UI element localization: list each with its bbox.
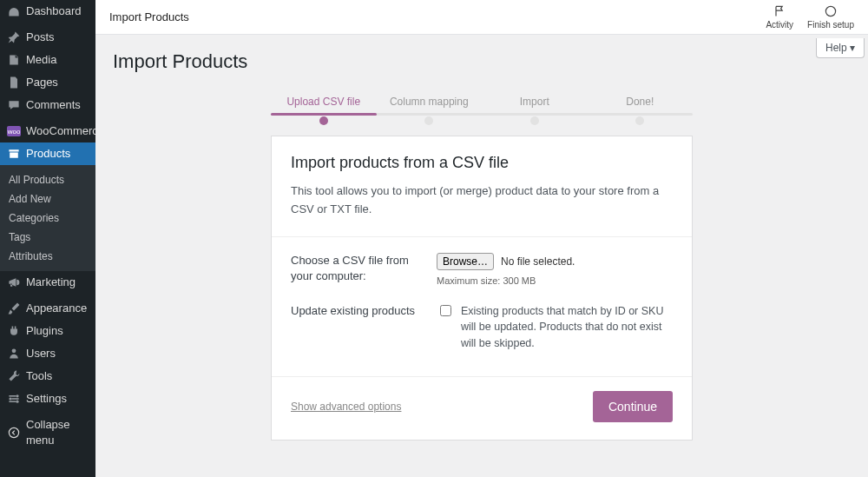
sidebar-label: Media (26, 52, 56, 68)
sidebar-label: Marketing (26, 275, 76, 290)
step-label: Column mapping (377, 96, 483, 108)
sidebar-label: Collapse menu (26, 417, 89, 448)
dashboard-icon (7, 4, 21, 18)
svg-point-0 (12, 348, 16, 353)
sidebar-item-users[interactable]: Users (0, 342, 95, 365)
sidebar-item-products[interactable]: Products (0, 142, 95, 165)
sidebar-item-posts[interactable]: Posts (0, 26, 95, 49)
step-import: Import (482, 96, 588, 116)
sidebar-label: Comments (26, 97, 81, 113)
step-dot (319, 116, 328, 125)
card-title: Import products from a CSV file (291, 154, 673, 172)
step-dot (530, 116, 539, 125)
admin-sidebar: Dashboard Posts Media Pages Comments woo (0, 0, 95, 477)
step-dot (424, 116, 433, 125)
submenu-categories[interactable]: Categories (0, 209, 95, 228)
sidebar-label: Tools (26, 368, 52, 384)
card-footer: Show advanced options Continue (272, 376, 692, 440)
products-submenu: All Products Add New Categories Tags Att… (0, 165, 95, 271)
sidebar-label: Posts (26, 30, 55, 45)
sidebar-label: Plugins (26, 323, 63, 339)
file-row: Choose a CSV file from your computer: Br… (291, 253, 673, 286)
wrench-icon (7, 369, 21, 383)
sidebar-item-pages[interactable]: Pages (0, 71, 95, 94)
plug-icon (7, 324, 21, 338)
user-icon (7, 347, 21, 361)
step-upload: Upload CSV file (271, 96, 377, 116)
sidebar-label: Settings (26, 391, 67, 407)
svg-point-4 (16, 394, 18, 397)
step-done: Done! (588, 96, 694, 116)
main-area: Import Products Activity Finish setup He… (95, 0, 868, 477)
activity-button[interactable]: Activity (766, 4, 793, 30)
svg-point-5 (9, 397, 11, 400)
sidebar-label: WooCommerce (26, 123, 104, 139)
update-checkbox[interactable] (440, 305, 451, 316)
content: Help ▾ Import Products Upload CSV file C… (95, 35, 868, 451)
collapse-icon (7, 426, 21, 440)
circle-icon (824, 4, 838, 18)
submenu-add-new[interactable]: Add New (0, 189, 95, 209)
archive-icon (7, 147, 21, 161)
card-body: Choose a CSV file from your computer: Br… (272, 237, 692, 376)
woo-icon: woo (7, 126, 21, 136)
sidebar-item-tools[interactable]: Tools (0, 365, 95, 388)
card-header: Import products from a CSV file This too… (272, 136, 692, 237)
file-label: Choose a CSV file from your computer: (291, 253, 421, 284)
file-status: No file selected. (501, 255, 575, 268)
progress-stepper: Upload CSV file Column mapping Import Do… (271, 89, 693, 123)
sidebar-item-media[interactable]: Media (0, 49, 95, 71)
sidebar-label: Users (26, 346, 56, 361)
comment-icon (7, 98, 21, 112)
sidebar-item-appearance[interactable]: Appearance (0, 297, 95, 320)
card-description: This tool allows you to import (or merge… (291, 182, 673, 219)
continue-button[interactable]: Continue (593, 391, 673, 422)
step-label: Import (482, 96, 588, 108)
sidebar-item-dashboard[interactable]: Dashboard (0, 0, 95, 23)
svg-rect-1 (9, 395, 16, 397)
step-dot (635, 116, 644, 125)
flag-icon (773, 4, 786, 18)
sidebar-label: Pages (26, 75, 58, 90)
page-title: Import Products (113, 50, 851, 73)
svg-point-8 (825, 6, 835, 16)
brush-icon (7, 301, 21, 315)
submenu-all-products[interactable]: All Products (0, 170, 95, 189)
update-label: Update existing products (291, 303, 421, 319)
svg-rect-3 (9, 401, 16, 402)
submenu-attributes[interactable]: Attributes (0, 247, 95, 266)
svg-point-6 (16, 401, 18, 403)
browse-button[interactable]: Browse… (437, 253, 494, 270)
svg-rect-2 (12, 398, 19, 400)
update-row: Update existing products Existing produc… (291, 303, 673, 352)
pin-icon (7, 30, 21, 44)
sidebar-item-plugins[interactable]: Plugins (0, 320, 95, 342)
sidebar-collapse[interactable]: Collapse menu (0, 414, 95, 452)
step-label: Upload CSV file (271, 96, 377, 108)
advanced-options-link[interactable]: Show advanced options (291, 401, 401, 413)
settings-icon (7, 392, 21, 406)
page-icon (7, 76, 21, 89)
sidebar-label: Dashboard (26, 3, 82, 19)
sidebar-label: Appearance (26, 301, 87, 316)
sidebar-item-woocommerce[interactable]: woo WooCommerce (0, 120, 95, 142)
sidebar-item-marketing[interactable]: Marketing (0, 271, 95, 294)
update-checkbox-wrapper[interactable]: Existing products that match by ID or SK… (437, 303, 673, 352)
topbar-title: Import Products (109, 10, 189, 23)
step-mapping: Column mapping (377, 96, 483, 116)
activity-label: Activity (766, 20, 793, 30)
import-card: Import products from a CSV file This too… (271, 136, 693, 441)
megaphone-icon (7, 275, 21, 289)
svg-point-7 (9, 427, 18, 437)
max-size-note: Maximum size: 300 MB (437, 275, 673, 286)
update-description: Existing products that match by ID or SK… (461, 303, 673, 352)
finish-setup-button[interactable]: Finish setup (807, 4, 854, 30)
step-label: Done! (588, 96, 694, 108)
sidebar-item-settings[interactable]: Settings (0, 388, 95, 410)
sidebar-label: Products (26, 146, 70, 162)
submenu-tags[interactable]: Tags (0, 228, 95, 247)
finish-setup-label: Finish setup (807, 20, 854, 30)
media-icon (7, 53, 21, 67)
help-button[interactable]: Help ▾ (816, 38, 865, 58)
sidebar-item-comments[interactable]: Comments (0, 94, 95, 116)
